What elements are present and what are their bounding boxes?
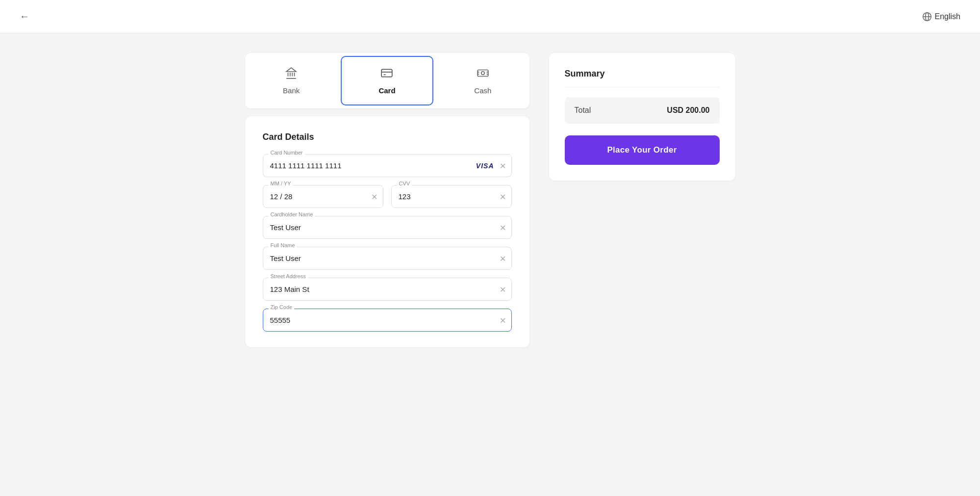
expiry-field-wrap: MM / YY ✕: [263, 185, 383, 208]
card-number-clear-btn[interactable]: ✕: [500, 161, 506, 170]
street-address-field-wrap: Street Address ✕: [263, 278, 512, 301]
street-address-clear-btn[interactable]: ✕: [500, 285, 506, 294]
right-panel: Summary Total USD 200.00 Place Your Orde…: [549, 53, 735, 347]
street-address-label: Street Address: [269, 273, 308, 279]
cardholder-name-label: Cardholder Name: [269, 211, 315, 217]
summary-card: Summary Total USD 200.00 Place Your Orde…: [549, 53, 735, 181]
zip-code-input[interactable]: [263, 309, 512, 332]
expiry-label: MM / YY: [269, 181, 293, 186]
full-name-label: Full Name: [269, 242, 297, 248]
card-number-field-wrap: Card Number VISA ✕: [263, 154, 512, 177]
card-number-label: Card Number: [269, 150, 305, 156]
globe-icon: [922, 12, 932, 22]
main-content: Bank Card: [147, 33, 833, 367]
payment-tabs: Bank Card: [245, 53, 529, 108]
card-details-panel: Card Details Card Number VISA ✕ MM / YY …: [245, 116, 529, 347]
total-amount: USD 200.00: [667, 106, 709, 115]
cardholder-name-input[interactable]: [263, 216, 512, 239]
top-bar: ← English: [0, 0, 980, 33]
left-panel: Bank Card: [245, 53, 529, 347]
zip-code-label: Zip Code: [269, 304, 295, 310]
language-selector[interactable]: English: [922, 12, 960, 22]
full-name-input[interactable]: [263, 247, 512, 270]
full-name-clear-btn[interactable]: ✕: [500, 254, 506, 263]
zip-code-clear-btn[interactable]: ✕: [500, 315, 506, 325]
total-label: Total: [575, 106, 591, 115]
cardholder-name-field-wrap: Cardholder Name ✕: [263, 216, 512, 239]
total-row: Total USD 200.00: [565, 97, 720, 124]
summary-title: Summary: [565, 69, 720, 87]
cardholder-name-clear-btn[interactable]: ✕: [500, 223, 506, 232]
language-label: English: [935, 12, 960, 21]
expiry-input[interactable]: [263, 185, 383, 208]
street-address-input[interactable]: [263, 278, 512, 301]
zip-code-field-wrap: Zip Code ✕: [263, 309, 512, 332]
back-arrow-icon: ←: [20, 11, 29, 22]
expiry-cvv-row: MM / YY ✕ CVV ✕: [263, 185, 512, 208]
card-details-title: Card Details: [263, 132, 512, 142]
tab-cash-label: Cash: [474, 86, 491, 95]
svg-rect-12: [477, 70, 488, 77]
card-icon: [380, 67, 393, 82]
cvv-field-wrap: CVV ✕: [391, 185, 512, 208]
cvv-clear-btn[interactable]: ✕: [500, 192, 506, 201]
form-fields: Card Number VISA ✕ MM / YY ✕ CVV: [263, 154, 512, 332]
bank-icon: [285, 67, 298, 82]
tab-cash[interactable]: Cash: [436, 53, 529, 108]
card-number-input[interactable]: [263, 154, 512, 177]
place-order-button[interactable]: Place Your Order: [565, 135, 720, 165]
tab-card[interactable]: Card: [341, 56, 433, 105]
back-button[interactable]: ←: [20, 11, 29, 22]
svg-point-13: [481, 72, 485, 75]
visa-badge: VISA: [476, 162, 494, 170]
expiry-clear-btn[interactable]: ✕: [371, 192, 377, 201]
tab-bank-label: Bank: [283, 86, 300, 95]
tab-card-label: Card: [378, 86, 395, 95]
svg-marker-8: [286, 68, 296, 72]
tab-bank[interactable]: Bank: [245, 53, 338, 108]
full-name-field-wrap: Full Name ✕: [263, 247, 512, 270]
cash-icon: [477, 67, 489, 82]
svg-rect-9: [382, 69, 393, 77]
cvv-input[interactable]: [391, 185, 512, 208]
cvv-label: CVV: [397, 181, 412, 186]
place-order-label: Place Your Order: [607, 145, 677, 155]
